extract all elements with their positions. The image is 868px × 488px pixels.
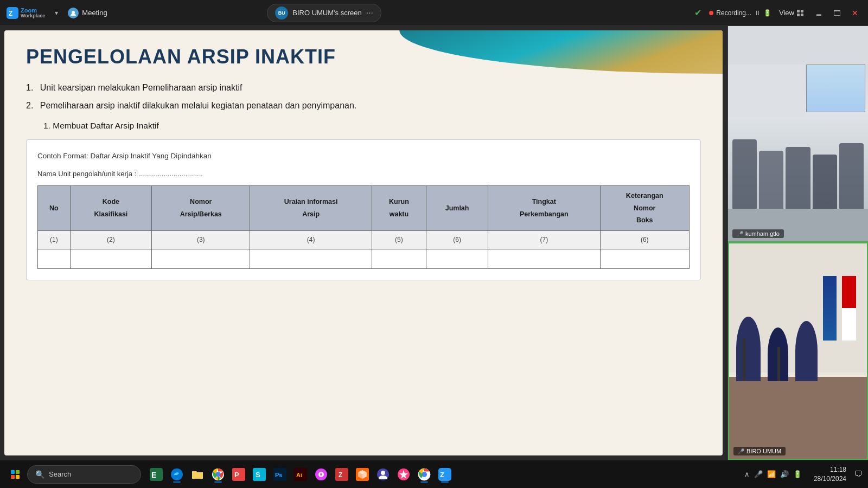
view-grid-icon xyxy=(796,9,804,17)
chevron-up-icon[interactable]: ∧ xyxy=(744,470,750,478)
td-e-7 xyxy=(488,249,600,269)
slide-item-2: 2. Pemeliharaan arsip inaktif dilakukan … xyxy=(26,98,701,114)
taskbar-user-icon[interactable] xyxy=(373,465,393,484)
zoom-workplace: Workplace xyxy=(21,14,45,18)
recording-dot xyxy=(709,11,713,15)
search-placeholder: Search xyxy=(49,470,71,478)
svg-text:S: S xyxy=(256,471,260,479)
slide-title: PENGELOLAAN ARSIP INAKTIF xyxy=(26,46,701,68)
th-no: No xyxy=(38,186,71,231)
td-e-6 xyxy=(426,249,488,269)
recording-badge: Recording... ⏸ 🔋 xyxy=(709,9,771,17)
zoom-icon: Z xyxy=(7,7,18,19)
taskbar-photos-icon[interactable] xyxy=(311,465,331,484)
taskbar-s-icon[interactable]: S xyxy=(250,465,269,484)
system-tray: ∧ 🎤 📶 🔊 🔋 xyxy=(740,470,806,478)
screen-share-more-btn[interactable]: ··· xyxy=(366,8,373,18)
taskbar-apps: E P S Ps Ai xyxy=(146,465,455,484)
table-caption: Contoh Format: Daftar Arsip Inaktif Yang… xyxy=(37,150,690,163)
taskbar-cut-icon[interactable]: Z xyxy=(332,465,352,484)
volume-icon[interactable]: 🔊 xyxy=(780,470,789,478)
maximize-btn[interactable]: 🗖 xyxy=(830,9,844,17)
th-nomor: NomorArsip/Berkas xyxy=(152,186,250,231)
participant-video-1: 🎤 kumham gtlo xyxy=(728,26,868,242)
video-room-scene-1 xyxy=(728,26,868,241)
mic-tray-icon[interactable]: 🎤 xyxy=(754,470,763,478)
taskbar-chrome-icon[interactable] xyxy=(208,465,228,484)
svg-text:P: P xyxy=(234,471,239,479)
th-jumlah: Jumlah xyxy=(426,186,488,231)
taskbar-right: ∧ 🎤 📶 🔊 🔋 11:18 28/10/2024 🗨 xyxy=(740,465,863,484)
system-clock[interactable]: 11:18 28/10/2024 xyxy=(809,465,851,484)
view-button[interactable]: View xyxy=(779,9,804,17)
td-num-5: (5) xyxy=(372,230,426,249)
search-icon: 🔍 xyxy=(35,470,44,479)
svg-text:Ai: Ai xyxy=(296,472,302,478)
taskbar-star-icon[interactable] xyxy=(394,465,413,484)
item2-num: 2. xyxy=(26,101,33,110)
meeting-label-group: Meeting xyxy=(68,8,107,18)
taskbar-chrome2-icon[interactable] xyxy=(414,465,434,484)
participant-2-name: BIRO UMUM xyxy=(746,448,781,454)
td-e-1 xyxy=(38,249,71,269)
window-controls: 🗕 🗖 ✕ xyxy=(812,9,861,17)
main-area: PENGELOLAAN ARSIP INAKTIF 1. Unit kearsi… xyxy=(0,26,868,460)
top-bar-right: ✔ Recording... ⏸ 🔋 View 🗕 🗖 ✕ xyxy=(694,8,861,18)
th-kode: KodeKlasifikasi xyxy=(70,186,151,231)
clock-time: 11:18 xyxy=(814,465,846,474)
item1-text: Unit kearsipan melakukan Pemeliharaan ar… xyxy=(40,83,242,92)
td-num-6: (6) xyxy=(426,230,488,249)
item1-num: 1. xyxy=(26,83,33,92)
table-header-row: No KodeKlasifikasi NomorArsip/Berkas Ura… xyxy=(38,186,690,231)
svg-text:Z: Z xyxy=(440,471,444,479)
table-empty-row xyxy=(38,249,690,269)
battery-icon: 🔋 xyxy=(763,9,771,17)
screen-share-pill: BU BIRO UMUM's screen ··· xyxy=(267,4,381,22)
taskbar: 🔍 Search E P S Ps Ai xyxy=(0,460,868,488)
side-panel: 🎤 kumham gtlo xyxy=(727,26,868,460)
meeting-icon xyxy=(68,8,79,18)
zoom-logo[interactable]: Z Zoom Workplace xyxy=(7,7,45,19)
taskbar-edge-icon[interactable] xyxy=(167,465,187,484)
td-num-4: (4) xyxy=(250,230,372,249)
svg-text:Z: Z xyxy=(9,10,12,17)
taskbar-excel-icon[interactable]: E xyxy=(146,465,166,484)
table-num-row: (1) (2) (3) (4) (5) (6) (7) (6) xyxy=(38,230,690,249)
taskbar-pdf-icon[interactable]: P xyxy=(229,465,248,484)
taskbar-3d-icon[interactable] xyxy=(353,465,372,484)
slide-content: PENGELOLAAN ARSIP INAKTIF 1. Unit kearsi… xyxy=(4,30,723,455)
th-kurun: Kurunwaktu xyxy=(372,186,426,231)
td-num-7: (7) xyxy=(488,230,600,249)
wifi-icon[interactable]: 📶 xyxy=(767,470,776,478)
minimize-btn[interactable]: 🗕 xyxy=(812,9,826,17)
view-label: View xyxy=(779,9,794,17)
taskbar-ps-icon[interactable]: Ps xyxy=(270,465,290,484)
svg-rect-3 xyxy=(797,10,800,12)
slide-area: PENGELOLAAN ARSIP INAKTIF 1. Unit kearsi… xyxy=(0,26,727,460)
slide-sub-item-1: 1. Membuat Daftar Arsip Inaktif xyxy=(43,118,701,133)
battery-tray-icon[interactable]: 🔋 xyxy=(793,470,802,478)
close-btn[interactable]: ✕ xyxy=(848,9,861,17)
clock-date: 28/10/2024 xyxy=(814,474,846,484)
zoom-brand: Zoom xyxy=(21,8,45,14)
participant-1-name-badge: 🎤 kumham gtlo xyxy=(732,229,784,238)
participant-1-name: kumham gtlo xyxy=(745,230,780,237)
taskbar-zoom-icon[interactable]: Z xyxy=(435,465,455,484)
taskbar-ai-icon[interactable]: Ai xyxy=(291,465,310,484)
zoom-dropdown-btn[interactable]: ▾ xyxy=(52,8,61,18)
td-e-8 xyxy=(600,249,690,269)
top-bar: Z Zoom Workplace ▾ Meeting BU BIRO UMUM'… xyxy=(0,0,868,26)
svg-point-22 xyxy=(320,473,322,476)
participant-2-name-badge: 🎤 BIRO UMUM xyxy=(733,447,786,455)
slide-container: PENGELOLAAN ARSIP INAKTIF 1. Unit kearsi… xyxy=(4,30,723,455)
pause-icon[interactable]: ⏸ xyxy=(754,9,761,17)
td-num-2: (2) xyxy=(70,230,151,249)
start-button[interactable] xyxy=(5,465,25,484)
taskbar-folder-icon[interactable] xyxy=(188,465,207,484)
slide-item-1: 1. Unit kearsipan melakukan Pemeliharaan… xyxy=(26,80,701,96)
unit-line: Nama Unit pengolah/unit kerja : ........… xyxy=(37,168,690,180)
participant-1-mic-icon: 🎤 xyxy=(737,231,743,237)
notification-button[interactable]: 🗨 xyxy=(854,470,863,479)
search-bar[interactable]: 🔍 Search xyxy=(27,465,141,484)
recording-label: Recording... xyxy=(716,9,751,17)
